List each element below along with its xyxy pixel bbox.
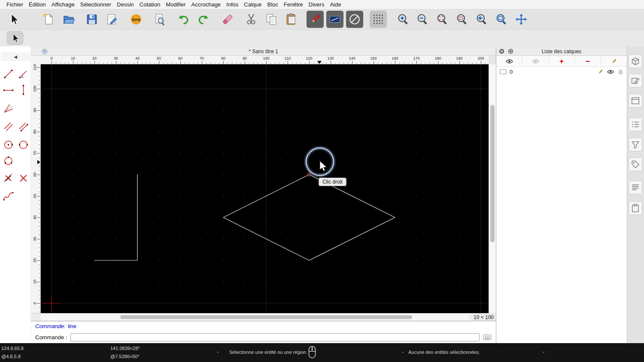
document-titlebar: * Sans titre 1: [31, 47, 496, 56]
dock-pen-wizard-button[interactable]: [629, 157, 642, 171]
layer-visibility-icon[interactable]: [607, 69, 614, 74]
print-preview-button[interactable]: [151, 11, 168, 28]
dock-library-browser-button[interactable]: [629, 54, 642, 68]
document-title: * Sans titre 1: [249, 48, 278, 54]
paste-button[interactable]: [283, 11, 300, 28]
new-drawing-button[interactable]: [40, 11, 57, 28]
layers-panel-header: Liste des calques: [496, 47, 627, 56]
ruler-x-30: 30: [114, 56, 118, 60]
remove-layer-button[interactable]: [575, 56, 601, 66]
command-input[interactable]: [70, 333, 480, 341]
dock-window-button[interactable]: [629, 94, 642, 108]
relative-polar-coordinates: @7.5286<50°: [110, 354, 140, 359]
save-drawing-button[interactable]: [83, 11, 100, 28]
select-button[interactable]: [5, 11, 22, 28]
pen-settings-button[interactable]: [307, 11, 324, 28]
dock-clipboard-button[interactable]: [629, 201, 642, 215]
right-mouse-hint: Aucune des entités sélectionnées.: [408, 350, 480, 355]
horizontal-scroll-thumb[interactable]: [120, 315, 412, 319]
edit-layer-icon[interactable]: [598, 69, 603, 75]
newdoc-icon: [42, 13, 55, 26]
menu-cotation[interactable]: Cotation: [140, 1, 160, 8]
export-svg-button[interactable]: SVG: [128, 11, 145, 28]
absolute-coordinates: 124.8,65.8: [1, 346, 24, 351]
menu-modifier[interactable]: Modifier: [166, 1, 185, 8]
zoom-out-button[interactable]: [414, 11, 431, 28]
tool-line-bisector-button[interactable]: [1, 101, 15, 115]
redo-button[interactable]: [195, 11, 212, 28]
tool-line-horizontal-button[interactable]: [1, 82, 15, 97]
menu-infos[interactable]: Infos: [226, 1, 238, 8]
show-all-layers-button[interactable]: [522, 56, 549, 66]
vertical-scrollbar[interactable]: [489, 64, 496, 313]
undo-button[interactable]: [175, 11, 192, 28]
zoom-in-button[interactable]: [395, 11, 412, 28]
hide-all-layers-button[interactable]: [496, 56, 522, 66]
zoom-pan-button[interactable]: [513, 11, 530, 28]
zoom-region-button[interactable]: [453, 11, 471, 28]
griddots-icon: [372, 13, 385, 26]
tool-circle-two-points-button[interactable]: [16, 137, 30, 152]
close-panel-icon[interactable]: [499, 48, 504, 54]
open-drawing-button[interactable]: [60, 11, 77, 28]
dock-command-line-button[interactable]: [629, 181, 642, 194]
menu-accrochage[interactable]: Accrochage: [191, 1, 221, 8]
zoomregion-icon: [456, 13, 468, 26]
dock-entity-filter-button[interactable]: [629, 138, 642, 151]
vertical-scroll-thumb[interactable]: [490, 105, 495, 242]
menu-affichage[interactable]: Affichage: [52, 1, 75, 8]
horizontal-scrollbar[interactable]: [41, 314, 469, 321]
line-horizontal-icon: [3, 84, 14, 96]
menu-dessin[interactable]: Dessin: [117, 1, 134, 8]
menu-bloc[interactable]: Bloc: [267, 1, 278, 8]
main-toolbar: SVG: [0, 9, 644, 29]
tool-circle-three-points-button[interactable]: [1, 153, 15, 168]
menu-fenetre[interactable]: Fenêtre: [284, 1, 303, 8]
menu-calque[interactable]: Calque: [244, 1, 261, 8]
delete-entities-button[interactable]: [219, 11, 236, 28]
drawing-canvas[interactable]: Clic droit: [41, 64, 489, 313]
list-icon: [631, 120, 640, 129]
preview-icon: [153, 13, 166, 26]
tool-line-parallel-distance-button[interactable]: [16, 119, 30, 134]
cut-button[interactable]: [243, 11, 260, 28]
ruler-x-130: 130: [327, 56, 334, 60]
tool-modify-delete-button[interactable]: [16, 171, 30, 185]
tool-line-parallel-button[interactable]: [1, 119, 15, 134]
dock-layer-list-button[interactable]: [629, 118, 642, 131]
menu-selectionner[interactable]: Sélectionner: [80, 1, 111, 8]
edit-drawing-button[interactable]: [103, 11, 121, 28]
entity-attributes-button[interactable]: [326, 11, 343, 28]
zoom-window-button[interactable]: [493, 11, 510, 28]
menu-fichier[interactable]: Fichier: [6, 1, 23, 8]
menu-divers[interactable]: Divers: [309, 1, 325, 8]
document-icon: [42, 48, 48, 54]
tool-line-vertical-button[interactable]: [16, 82, 30, 97]
circle-tool-button[interactable]: [346, 11, 363, 28]
tool-line-angle-button[interactable]: [16, 66, 30, 81]
undock-panel-icon[interactable]: [508, 48, 513, 54]
selection-pointer-button[interactable]: [7, 31, 23, 45]
copy-button[interactable]: [263, 11, 280, 28]
cursor-icon: [7, 13, 20, 26]
layer-row[interactable]: 0: [496, 67, 627, 76]
zoom-auto-button[interactable]: [434, 11, 451, 28]
right-dock-toolbar: [627, 46, 644, 343]
ruler-x-170: 170: [413, 56, 419, 60]
menu-edition[interactable]: Édition: [29, 1, 46, 8]
toggle-grid-button[interactable]: [370, 11, 387, 28]
edit-layer-attributes-button[interactable]: [601, 56, 627, 66]
zoom-previous-button[interactable]: [473, 11, 490, 28]
menu-aide[interactable]: Aide: [330, 1, 341, 8]
ruler-y-60: 60: [33, 172, 37, 177]
ruler-x-50: 50: [157, 56, 161, 60]
tool-modify-trim-button[interactable]: [1, 171, 15, 185]
dock-block-editor-button[interactable]: [629, 74, 642, 87]
keyboard-mode-button[interactable]: [483, 334, 492, 341]
tool-circle-center-point-button[interactable]: [1, 137, 15, 152]
layer-lock-icon[interactable]: [618, 69, 623, 75]
tool-line-two-points-button[interactable]: [1, 66, 15, 81]
attributes-icon: [328, 13, 341, 26]
tool-spline-points-button[interactable]: [1, 189, 15, 204]
add-layer-button[interactable]: [549, 56, 575, 66]
